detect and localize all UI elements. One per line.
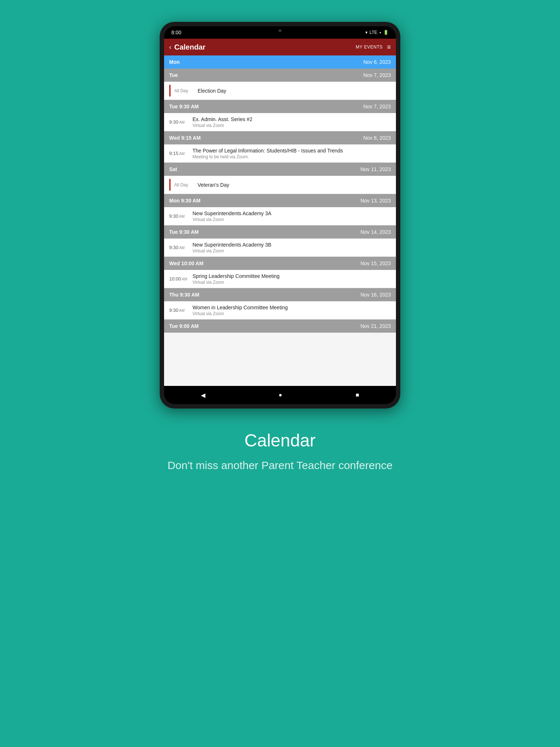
day-header-tue-nov7[interactable]: Tue Nov 7, 2023 (164, 69, 396, 82)
lte-label: LTE (370, 30, 377, 35)
day-header-tue-930-nov14[interactable]: Tue 9:30 AM Nov 14, 2023 (164, 225, 396, 239)
day-label: Sat (169, 166, 177, 172)
event-time: 9:30 AM (169, 307, 191, 313)
event-title: New Superintendents Academy 3B (192, 242, 391, 248)
event-title: New Superintendents Academy 3A (192, 210, 391, 216)
time-hour: 9:30 (169, 119, 178, 125)
day-label: Mon (169, 59, 180, 65)
wifi-icon: ▾ (365, 30, 368, 35)
event-row-election-day[interactable]: All Day Election Day (164, 82, 396, 100)
day-header-sat-nov11[interactable]: Sat Nov 11, 2023 (164, 163, 396, 176)
day-label: Tue 9:30 AM (169, 229, 199, 235)
event-time: 9:30 AM (169, 213, 191, 219)
event-title: Veteran's Day (198, 182, 391, 188)
event-row-veterans-day[interactable]: All Day Veteran's Day (164, 176, 396, 194)
status-bar: 8:00 ▾ LTE ▪ 🔋 (164, 26, 396, 39)
event-title: Women in Leadership Committee Meeting (192, 305, 391, 310)
day-header-mon-nov6[interactable]: Mon Nov 6, 2023 (164, 55, 396, 69)
day-label: Tue 9:30 AM (169, 104, 199, 109)
allday-label: All Day (174, 88, 196, 93)
event-title: Ex. Admin. Asst. Series #2 (192, 116, 391, 122)
day-header-wed-915-nov8[interactable]: Wed 9:15 AM Nov 8, 2023 (164, 131, 396, 144)
header-right: MY EVENTS ≡ (356, 43, 391, 51)
event-subtitle: Meeting to be held via Zoom. (192, 154, 391, 159)
time-ampm: AM (179, 152, 184, 156)
nav-recents-button[interactable]: ■ (356, 392, 359, 398)
event-subtitle: Virtual via Zoom (192, 123, 391, 128)
day-header-tue-900-nov21[interactable]: Tue 9:00 AM Nov 21, 2023 (164, 320, 396, 333)
day-date: Nov 14, 2023 (361, 229, 391, 235)
day-header-tue-930-nov7[interactable]: Tue 9:30 AM Nov 7, 2023 (164, 100, 396, 113)
event-details: The Power of Legal Information: Students… (191, 148, 391, 159)
event-accent (169, 179, 171, 191)
calendar-list[interactable]: Mon Nov 6, 2023 Tue Nov 7, 2023 All Day … (164, 55, 396, 386)
time-hour: 9:30 (169, 245, 178, 250)
event-details: Women in Leadership Committee Meeting Vi… (191, 305, 391, 316)
event-subtitle: Virtual via Zoom (192, 280, 391, 285)
time-ampm: AM (182, 277, 187, 281)
status-icons: ▾ LTE ▪ 🔋 (365, 30, 389, 35)
day-label: Thu 9:30 AM (169, 292, 199, 298)
event-details: Election Day (196, 88, 391, 94)
event-title: Spring Leadership Committee Meeting (192, 273, 391, 279)
day-date: Nov 13, 2023 (361, 198, 391, 204)
signal-icon: ▪ (380, 30, 381, 35)
event-title: Election Day (198, 88, 391, 94)
time-hour: 9:30 (169, 307, 178, 313)
day-label: Wed 10:00 AM (169, 260, 203, 266)
time-ampm: AM (179, 214, 184, 218)
event-subtitle: Virtual via Zoom (192, 311, 391, 316)
my-events-button[interactable]: MY EVENTS (356, 44, 383, 50)
nav-home-button[interactable]: ● (279, 392, 282, 398)
event-details: Ex. Admin. Asst. Series #2 Virtual via Z… (191, 116, 391, 128)
allday-label: All Day (174, 182, 196, 187)
day-header-wed-1000-nov15[interactable]: Wed 10:00 AM Nov 15, 2023 (164, 257, 396, 270)
day-label: Tue (169, 72, 178, 78)
event-details: New Superintendents Academy 3B Virtual v… (191, 242, 391, 253)
event-time: 9:30 AM (169, 119, 191, 125)
day-label: Wed 9:15 AM (169, 135, 201, 141)
time-hour: 9:30 (169, 213, 178, 219)
day-date: Nov 6, 2023 (363, 59, 391, 65)
event-subtitle: Virtual via Zoom (192, 248, 391, 253)
promo-title: Calendar (167, 430, 392, 450)
day-date: Nov 11, 2023 (361, 166, 391, 172)
app-header: ‹ Calendar MY EVENTS ≡ (164, 39, 396, 55)
event-row-women-leadership[interactable]: 9:30 AM Women in Leadership Committee Me… (164, 301, 396, 320)
nav-back-button[interactable]: ◀ (201, 392, 205, 399)
menu-icon[interactable]: ≡ (387, 43, 391, 51)
app-title: Calendar (174, 43, 206, 51)
promo-section: Calendar Don't miss another Parent Teach… (131, 430, 429, 473)
event-row-legal-info[interactable]: 9:15 AM The Power of Legal Information: … (164, 144, 396, 163)
event-accent (169, 85, 171, 97)
event-row-ex-admin[interactable]: 9:30 AM Ex. Admin. Asst. Series #2 Virtu… (164, 113, 396, 131)
time-ampm: AM (179, 309, 184, 313)
time-hour: 9:15 (169, 151, 178, 156)
event-row-spring-leadership[interactable]: 10:00 AM Spring Leadership Committee Mee… (164, 270, 396, 288)
event-time: 9:30 AM (169, 245, 191, 250)
time-hour: 10:00 (169, 276, 181, 282)
event-details: New Superintendents Academy 3A Virtual v… (191, 210, 391, 222)
time-ampm: AM (179, 246, 184, 250)
day-header-mon-930-nov13[interactable]: Mon 9:30 AM Nov 13, 2023 (164, 194, 396, 207)
event-details: Veteran's Day (196, 182, 391, 188)
header-left: ‹ Calendar (169, 43, 206, 51)
camera-dot (279, 29, 281, 32)
day-label: Tue 9:00 AM (169, 323, 199, 329)
battery-icon: 🔋 (383, 30, 389, 35)
tablet-screen: 8:00 ▾ LTE ▪ 🔋 ‹ Calendar MY EVENTS ≡ (164, 26, 396, 404)
day-date: Nov 8, 2023 (363, 135, 391, 141)
event-row-supt-academy-3b[interactable]: 9:30 AM New Superintendents Academy 3B V… (164, 239, 396, 257)
event-row-supt-academy-3a[interactable]: 9:30 AM New Superintendents Academy 3A V… (164, 207, 396, 225)
back-button[interactable]: ‹ (169, 43, 171, 51)
event-time: 10:00 AM (169, 276, 191, 282)
event-subtitle: Virtual via Zoom (192, 217, 391, 222)
day-date: Nov 15, 2023 (361, 260, 391, 266)
promo-subtitle: Don't miss another Parent Teacher confer… (167, 458, 392, 473)
status-time: 8:00 (171, 30, 181, 35)
event-time: 9:15 AM (169, 151, 191, 156)
nav-bar: ◀ ● ■ (164, 386, 396, 404)
day-date: Nov 16, 2023 (361, 292, 391, 298)
day-header-thu-930-nov16[interactable]: Thu 9:30 AM Nov 16, 2023 (164, 288, 396, 301)
day-date: Nov 7, 2023 (363, 104, 391, 109)
